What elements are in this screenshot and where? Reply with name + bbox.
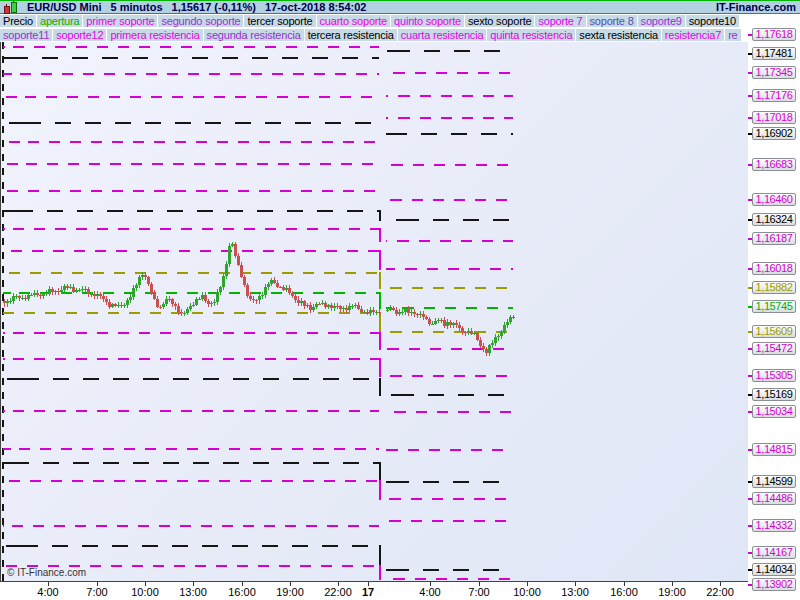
candle-body	[243, 277, 246, 285]
candle-body	[222, 276, 225, 287]
pivot-line-left	[3, 250, 379, 252]
chart-title-bar: EUR/USD Mini 5 minutos 1,15617 (-0,11%) …	[0, 0, 800, 14]
legend-item-primera-resistencia[interactable]: primera resistencia	[107, 29, 202, 41]
price-axis-label: 1,15882	[752, 281, 796, 294]
legend-item-soporte11[interactable]: soporte11	[0, 29, 52, 41]
time-axis-label: 16:00	[228, 586, 256, 598]
pivot-line-right	[386, 498, 513, 500]
time-axis-label: 7:00	[86, 586, 107, 598]
legend-item-quinto-soporte[interactable]: quinto soporte	[391, 15, 464, 27]
price-axis-label: 1,16460	[752, 193, 796, 206]
legend-item-soporte10[interactable]: soporte10	[686, 15, 739, 27]
legend-item-sexta-resistencia[interactable]: sexta resistencia	[576, 29, 661, 41]
legend-item-Precio[interactable]: Precio	[0, 15, 36, 27]
candlestick-icon	[2, 1, 18, 13]
legend-item-soporte-8[interactable]: soporte 8	[587, 15, 637, 27]
pivot-line-right	[386, 375, 513, 377]
pivot-line-right	[386, 95, 513, 97]
legend-item-soporte12[interactable]: soporte12	[53, 29, 106, 41]
price-axis-label: 1,14034	[752, 563, 796, 576]
price-axis-label: 1,15472	[752, 342, 796, 355]
candle-body	[261, 295, 264, 296]
chart-area[interactable]: © IT-Finance.com	[0, 42, 748, 582]
price-axis-label: 1,15609	[752, 325, 796, 338]
legend-item-tercera-resistencia[interactable]: tercera resistencia	[305, 29, 397, 41]
legend-item-primer-soporte[interactable]: primer soporte	[83, 15, 157, 27]
pivot-line-left	[3, 190, 379, 192]
pivot-step-connector	[379, 272, 381, 289]
pivot-line-right	[386, 520, 513, 522]
pivot-line-left	[3, 96, 379, 98]
legend-item-soporte-7[interactable]: soporte 7	[535, 15, 585, 27]
pivot-step-connector	[379, 565, 381, 580]
legend-item-apertura[interactable]: apertura	[37, 15, 82, 27]
candle-body	[240, 265, 243, 277]
candle-body	[129, 297, 132, 300]
pivot-line-left	[3, 228, 379, 230]
legend-item-resistencia7[interactable]: resistencia7	[662, 29, 724, 41]
legend-item-soporte9[interactable]: soporte9	[638, 15, 685, 27]
pivot-line-right	[386, 164, 513, 166]
candle-body	[503, 325, 506, 332]
candle-body	[264, 287, 267, 295]
pivot-step-connector	[379, 250, 381, 270]
legend-item-cuarto-soporte[interactable]: cuarto soporte	[317, 15, 391, 27]
candle-body	[45, 293, 48, 294]
price-axis-label: 1,14332	[752, 519, 796, 532]
time-axis-label: 13:00	[561, 586, 589, 598]
time-axis-label: 22:00	[706, 586, 734, 598]
quote-value: 1,15617 (-0,11%)	[172, 1, 256, 13]
legend-item-sexto-soporte[interactable]: sexto soporte	[465, 15, 534, 27]
candle-body	[401, 312, 404, 313]
pivot-step-connector	[379, 210, 381, 221]
legend-item-segunda-resistencia[interactable]: segunda resistencia	[204, 29, 304, 41]
candle-body	[234, 244, 237, 257]
instrument-name: EUR/USD Mini	[27, 1, 102, 13]
candle-body	[60, 290, 63, 292]
pivot-line-right	[386, 240, 513, 242]
pivot-line-right	[386, 569, 513, 571]
pivot-line-right	[386, 50, 513, 52]
time-axis-label: 4:00	[419, 586, 440, 598]
time-axis-label: 4:00	[37, 586, 58, 598]
candle-body	[9, 301, 12, 302]
candle-body	[210, 303, 213, 304]
legend-item-cuarta-resistencia[interactable]: cuarta resistencia	[398, 29, 487, 41]
candle-body	[506, 322, 509, 325]
candle-body	[500, 332, 503, 336]
price-axis-label: 1,17018	[752, 111, 796, 124]
candle-body	[246, 285, 249, 295]
pivot-line-left	[3, 272, 379, 274]
price-axis-label: 1,14815	[752, 443, 796, 456]
pivot-line-right	[386, 411, 513, 413]
candle-body	[189, 306, 192, 309]
candle-body	[150, 284, 153, 294]
candle-body	[216, 292, 219, 302]
price-axis-label: 1,15745	[752, 300, 796, 313]
price-axis-label: 1,16187	[752, 232, 796, 245]
legend-row-2: soporte11soporte12primera resistenciaseg…	[0, 29, 748, 42]
pivot-line-right	[386, 287, 513, 289]
legend-item-quinta-resistencia[interactable]: quinta resistencia	[487, 29, 575, 41]
candle-body	[135, 285, 138, 288]
candle-body	[488, 345, 491, 353]
price-scale[interactable]: 1,176181,174811,173451,171761,170181,169…	[748, 14, 800, 600]
pivot-line-right	[386, 578, 513, 580]
candle-body	[183, 313, 186, 314]
legend-item-segundo-soporte[interactable]: segundo soporte	[158, 15, 243, 27]
time-axis[interactable]: 4:007:0010:0013:0016:0019:0022:00174:007…	[0, 582, 748, 600]
candle-body	[186, 309, 189, 312]
price-axis-label: 1,17345	[752, 66, 796, 79]
pivot-line-right	[386, 348, 513, 350]
candle-body	[156, 299, 159, 307]
time-axis-label: 17	[362, 586, 374, 598]
pivot-line-left	[3, 565, 379, 567]
price-axis-label: 1,15034	[752, 405, 796, 418]
pivot-line-left	[3, 545, 379, 547]
legend-item-tercer-soporte[interactable]: tercer soporte	[244, 15, 315, 27]
legend-item-re[interactable]: re	[725, 29, 740, 41]
pivot-line-right	[386, 481, 513, 483]
pivot-step-connector	[379, 378, 381, 396]
price-axis-label: 1,16683	[752, 158, 796, 171]
pivot-line-left	[3, 462, 379, 464]
